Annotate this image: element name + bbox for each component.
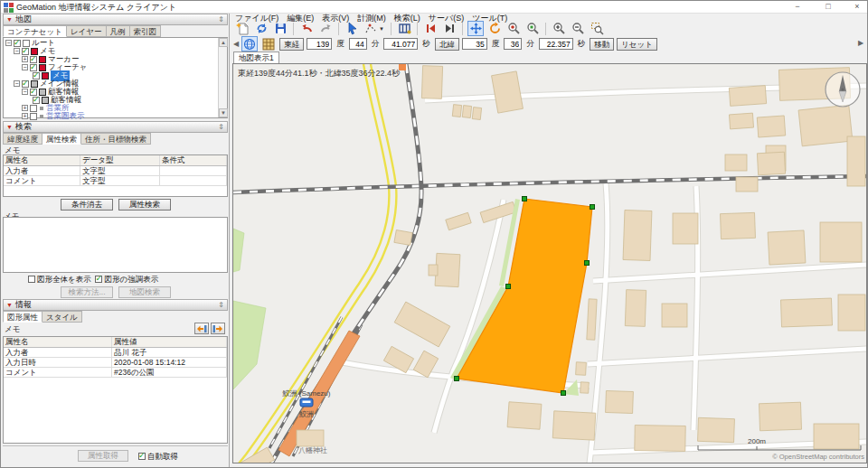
checkbox[interactable] [33,72,40,80]
map-canvas[interactable]: 鮫洲 (Samezu) 鮫洲 八幡神社 200m © OpenStreetMap… [232,63,867,463]
refresh-button[interactable] [253,21,269,36]
vertex-handle [590,205,595,210]
tab-style[interactable]: スタイル [42,311,82,323]
checkbox[interactable] [30,113,37,120]
next-record-button[interactable] [211,323,225,334]
attribute-row[interactable]: コメント #236の公園 [4,368,227,378]
tree-item-sales-area[interactable]: +営業圏表示 [22,112,85,120]
get-attribute-button[interactable]: 属性取得 [78,450,128,462]
tab-shape-attributes[interactable]: 図形属性 [3,311,42,323]
zoom-in-button[interactable] [551,21,567,36]
globe-mode-button[interactable] [241,36,258,51]
next-view-button[interactable] [441,21,458,36]
pan-tool-button[interactable] [467,21,484,36]
prev-record-button[interactable] [194,323,209,334]
tab-address-search[interactable]: 住所・目標物検索 [81,133,151,145]
zoom-out-button[interactable] [570,21,586,36]
tab-legend[interactable]: 凡例 [107,25,130,37]
north-min-input[interactable] [504,38,522,50]
close-button[interactable]: × [846,1,868,13]
scroll-up-icon[interactable]: ▲ [219,38,228,47]
checkbox[interactable] [22,80,29,88]
toolbar-overflow-icon[interactable]: ▶ [858,39,863,47]
grid-mode-button[interactable] [260,36,277,51]
toolbar-separator [417,23,418,35]
info-section-header[interactable]: ▼情報 ⇕ [3,299,228,311]
fence-select-button[interactable] [396,21,412,36]
col-attr-value[interactable]: 属性値 [112,337,227,347]
tab-index-map[interactable]: 索引図 [130,25,162,37]
checkbox[interactable] [33,97,40,104]
checkbox[interactable] [22,48,29,55]
collapse-icon[interactable]: − [22,64,28,70]
condition-table: 属性名 データ型 条件式 入力者 文字型 コメント 文字型 [3,154,228,197]
rotate-view-button[interactable] [486,21,503,36]
attribute-search-button[interactable]: 属性検索 [118,199,171,211]
highlight-checkbox[interactable] [95,276,102,283]
col-condition[interactable]: 条件式 [160,155,227,165]
condition-row[interactable]: 入力者 文字型 [4,166,227,176]
panel-pin-icon[interactable]: ⇕ [218,300,224,310]
zoom-area-button[interactable] [589,21,605,36]
collapse-icon[interactable]: − [14,80,20,87]
north-sec-input[interactable] [539,38,573,50]
dropdown-arrow-icon[interactable]: ▼ [379,26,384,32]
title-bar: GeoMation 地理情報システム クライアント − □ × [1,1,868,14]
tree-scrollbar[interactable]: ▲ ▼ [218,38,227,117]
tab-latlon-search[interactable]: 緯度経度 [3,133,42,145]
vertex-select-tool-button[interactable]: ▼ [363,21,386,36]
save-button[interactable] [272,21,288,36]
zoom-layer-button[interactable] [524,21,541,36]
checkbox[interactable] [14,40,21,47]
east-sec-input[interactable] [383,38,418,50]
map-search-button[interactable]: 地図検索 [118,286,171,298]
east-deg-input[interactable] [307,38,332,50]
compass-rose[interactable] [826,72,860,107]
minimize-button[interactable]: − [787,1,808,13]
tab-layer[interactable]: レイヤー [67,25,107,37]
new-document-button[interactable] [234,21,250,36]
redo-button[interactable] [317,21,334,36]
search-section-header[interactable]: ▼検索 ⇕ [3,121,228,133]
col-attr-name[interactable]: 属性名 [4,337,112,347]
east-min-input[interactable] [349,38,367,50]
clear-condition-button[interactable]: 条件消去 [61,199,113,211]
north-deg-input[interactable] [462,38,487,50]
map-section-header[interactable]: ▼地図 ⇕ [3,14,228,25]
auto-get-checkbox[interactable] [138,453,146,460]
col-attr-name[interactable]: 属性名 [4,155,80,165]
expand-icon[interactable]: + [22,113,28,119]
tab-attribute-search[interactable]: 属性検索 [42,133,81,145]
maximize-button[interactable]: □ [817,1,839,13]
condition-row[interactable]: コメント 文字型 [4,176,227,186]
undo-button[interactable] [298,21,315,36]
search-method-button[interactable]: 検索方法... [61,286,113,298]
panel-pin-icon[interactable]: ⇕ [218,122,224,132]
attribute-row[interactable]: 入力者 品川 花子 [4,348,227,358]
globe-icon [243,38,256,51]
attribute-row[interactable]: 入力日時 2020-01-08 15:14:12 [4,358,227,368]
layer-color-swatch [39,64,46,71]
tab-container-set[interactable]: コンテナセット [3,25,67,37]
collapse-left-icon[interactable]: ◀ [233,40,239,48]
collapse-icon[interactable]: − [5,40,12,46]
zoom-selection-button[interactable] [505,21,522,36]
expand-icon[interactable]: + [22,105,28,111]
map-view-tab[interactable]: 地図表示1 [233,51,279,63]
col-data-type[interactable]: データ型 [80,155,160,165]
collapse-icon[interactable]: − [22,89,28,95]
move-button[interactable]: 移動 [590,38,614,51]
panel-splitter[interactable] [229,14,230,468]
search-result-list[interactable] [3,217,228,273]
show-whole-checkbox[interactable] [28,276,35,283]
expand-icon[interactable]: + [22,56,28,62]
east-longitude-button[interactable]: 東経 [279,38,304,51]
checkbox[interactable] [30,105,37,112]
panel-pin-icon[interactable]: ⇕ [218,14,224,24]
north-latitude-button[interactable]: 北緯 [435,38,459,51]
scroll-down-icon[interactable]: ▼ [219,108,228,117]
previous-view-button[interactable] [422,21,439,36]
reset-button[interactable]: リセット [617,38,657,51]
collapse-icon[interactable]: − [14,48,20,54]
select-tool-button[interactable] [344,21,360,36]
